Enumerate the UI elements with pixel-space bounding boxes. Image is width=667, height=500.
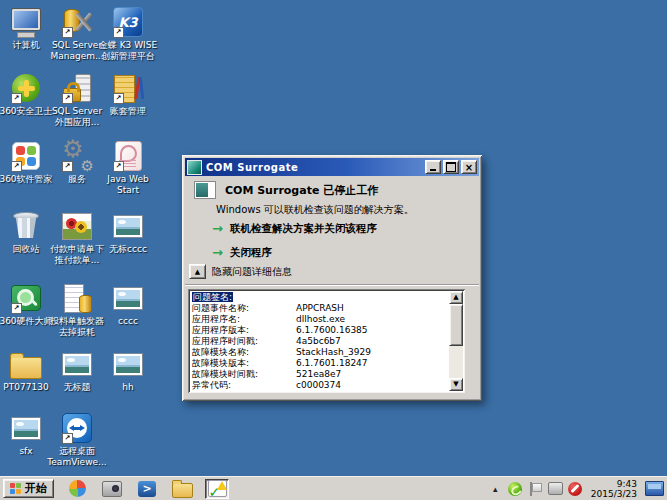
start-label: 开始 bbox=[25, 481, 47, 496]
shortcut-arrow-icon: ↗ bbox=[62, 161, 73, 172]
explorer-button[interactable] bbox=[170, 479, 194, 499]
minimize-icon bbox=[430, 169, 436, 171]
detail-label: 故障模块时间戳: bbox=[192, 369, 296, 380]
ledger-management-icon: ↗ bbox=[112, 72, 144, 104]
taskbar: 开始 >✓ ▴ 9:43 2015/3/23 bbox=[0, 476, 667, 500]
java-web-start-icon: ↗ bbox=[112, 140, 144, 172]
detail-label: 异常代码: bbox=[192, 380, 296, 391]
green-arrow-icon: → bbox=[212, 247, 223, 259]
desktop-icon-java-web-start[interactable]: ↗Java Web Start bbox=[102, 140, 154, 196]
detail-value: APPCRASH bbox=[296, 303, 344, 313]
detail-value: 521ea8e7 bbox=[296, 369, 341, 379]
device-icon[interactable] bbox=[548, 481, 563, 497]
desktop-icon-cccc[interactable]: cccc bbox=[102, 282, 154, 327]
detail-label: 应用程序时间戳: bbox=[192, 336, 296, 347]
check-online-solution-link[interactable]: → 联机检查解决方案并关闭该程序 bbox=[212, 222, 377, 236]
com-surrogate-error-task-button[interactable]: ✓ bbox=[205, 479, 229, 499]
taskbar-clock[interactable]: 9:43 2015/3/23 bbox=[591, 479, 637, 499]
sql-server-config-icon: ↗ bbox=[61, 72, 93, 104]
untitled-image-icon bbox=[61, 348, 93, 380]
collapse-details-button[interactable]: ▲ bbox=[189, 264, 206, 279]
shortcut-arrow-icon: ↗ bbox=[113, 161, 124, 172]
start-button[interactable]: 开始 bbox=[3, 479, 54, 498]
desktop[interactable]: 计算机↗SQL Server Managem...K3↗金蝶 K3 WISE 创… bbox=[0, 0, 667, 500]
maximize-button[interactable] bbox=[443, 160, 459, 174]
teamviewer-remote-desktop-icon: ↗ bbox=[61, 412, 93, 444]
desktop-icon-label: 无标cccc bbox=[88, 244, 168, 255]
detail-label: 应用程序名: bbox=[192, 314, 296, 325]
detail-row: 应用程序名:dllhost.exe bbox=[192, 314, 447, 325]
separator bbox=[185, 284, 479, 286]
desktop-icon-label: Java Web Start bbox=[88, 174, 168, 196]
computer-icon bbox=[10, 6, 42, 38]
quick-launch-bar: >✓ bbox=[65, 479, 229, 499]
shortcut-arrow-icon: ↗ bbox=[11, 93, 22, 104]
dialog-titlebar[interactable]: COM Surrogate × bbox=[185, 158, 479, 176]
dialog-title: COM Surrogate bbox=[206, 162, 425, 173]
360-tray-icon[interactable] bbox=[508, 481, 523, 497]
windows-logo-icon bbox=[10, 483, 21, 494]
problem-details-list: 问题签名: 问题事件名称:APPCRASH应用程序名:dllhost.exe应用… bbox=[192, 292, 447, 391]
desktop-icon-teamviewer-remote-desktop[interactable]: ↗远程桌面 TeamViewe... bbox=[51, 412, 103, 468]
show-hidden-icons-icon[interactable]: ▴ bbox=[488, 481, 503, 497]
desktop-icon-ledger-management[interactable]: ↗账套管理 bbox=[102, 72, 154, 117]
window-controls: × bbox=[425, 160, 477, 174]
shortcut-arrow-icon: ↗ bbox=[113, 27, 124, 38]
detail-label: 故障模块版本: bbox=[192, 358, 296, 369]
clock-time: 9:43 bbox=[591, 479, 637, 489]
details-scrollbar[interactable]: ▲ ▼ bbox=[449, 291, 463, 391]
scroll-down-button[interactable]: ▼ bbox=[449, 378, 463, 391]
details-toggle-label[interactable]: 隐藏问题详细信息 bbox=[212, 265, 292, 279]
close-program-link[interactable]: → 关闭程序 bbox=[212, 246, 272, 260]
desktop-icon-sql-server-config[interactable]: ↗SQL Server 外围应用... bbox=[51, 72, 103, 128]
notification-muted-icon[interactable] bbox=[568, 481, 583, 497]
detail-row: 故障模块版本:6.1.7601.18247 bbox=[192, 358, 447, 369]
dialog-header-text: COM Surrogate 已停止工作 bbox=[225, 183, 378, 198]
clock-date: 2015/3/23 bbox=[591, 489, 637, 499]
shortcut-arrow-icon: ↗ bbox=[62, 27, 73, 38]
dialog-title-icon bbox=[187, 160, 202, 175]
problem-signature-text: 问题签名: bbox=[192, 292, 233, 302]
desktop-icon-k3-wise[interactable]: K3↗金蝶 K3 WISE 创新管理平台 bbox=[102, 6, 154, 62]
powershell-button[interactable]: > bbox=[135, 479, 159, 499]
scrollbar-thumb[interactable] bbox=[449, 304, 463, 346]
services-icon: ⚙⚙↗ bbox=[61, 140, 93, 172]
360-launcher-button[interactable] bbox=[65, 479, 89, 499]
shortcut-arrow-icon: ↗ bbox=[113, 93, 124, 104]
360-hardware-master-icon: ↗ bbox=[10, 282, 42, 314]
detail-row: 故障模块时间戳:521ea8e7 bbox=[192, 369, 447, 380]
scroll-up-button[interactable]: ▲ bbox=[449, 291, 463, 304]
shortcut-arrow-icon: ↗ bbox=[62, 93, 73, 104]
detail-label: 应用程序版本: bbox=[192, 325, 296, 336]
shortcut-arrow-icon: ↗ bbox=[11, 303, 22, 314]
payment-request-doc-icon bbox=[61, 210, 93, 242]
desktop-icon-label: cccc bbox=[88, 316, 168, 327]
desktop-icon-label: hh bbox=[88, 382, 168, 393]
recycle-bin-icon bbox=[10, 210, 42, 242]
close-button[interactable]: × bbox=[461, 160, 477, 174]
minimize-button[interactable] bbox=[425, 160, 441, 174]
action-center-flag-icon[interactable] bbox=[528, 481, 543, 497]
desktop-icon-label: 账套管理 bbox=[88, 106, 168, 117]
shortcut-arrow-icon: ↗ bbox=[62, 433, 73, 444]
desktop-icon-material-trigger-doc[interactable]: 投料单触发器 去掉损耗 bbox=[51, 282, 103, 338]
desktop-icon-hh[interactable]: hh bbox=[102, 348, 154, 393]
server-manager-button[interactable] bbox=[100, 479, 124, 499]
detail-row: 问题事件名称:APPCRASH bbox=[192, 303, 447, 314]
k3-wise-icon: K3↗ bbox=[112, 6, 144, 38]
desktop-icon-payment-request-doc[interactable]: 付款申请单下 推付款单... bbox=[51, 210, 103, 266]
problem-signature-heading: 问题签名: bbox=[192, 292, 447, 303]
360-software-manager-icon: ↗ bbox=[10, 140, 42, 172]
detail-label: 故障模块名称: bbox=[192, 347, 296, 358]
problem-details-panel: 问题签名: 问题事件名称:APPCRASH应用程序名:dllhost.exe应用… bbox=[188, 289, 465, 393]
maximize-icon bbox=[446, 162, 456, 172]
desktop-icon-label: 金蝶 K3 WISE 创新管理平台 bbox=[88, 40, 168, 62]
material-trigger-doc-icon bbox=[61, 282, 93, 314]
desktop-icon-untitled-cccc[interactable]: 无标cccc bbox=[102, 210, 154, 255]
system-tray: ▴ bbox=[488, 481, 583, 497]
desktop-icon-label: 远程桌面 TeamViewe... bbox=[37, 446, 117, 468]
show-desktop-button[interactable] bbox=[645, 481, 664, 496]
shortcut-arrow-icon: ↗ bbox=[11, 161, 22, 172]
application-icon bbox=[194, 181, 216, 199]
monitor-icon bbox=[648, 484, 661, 489]
